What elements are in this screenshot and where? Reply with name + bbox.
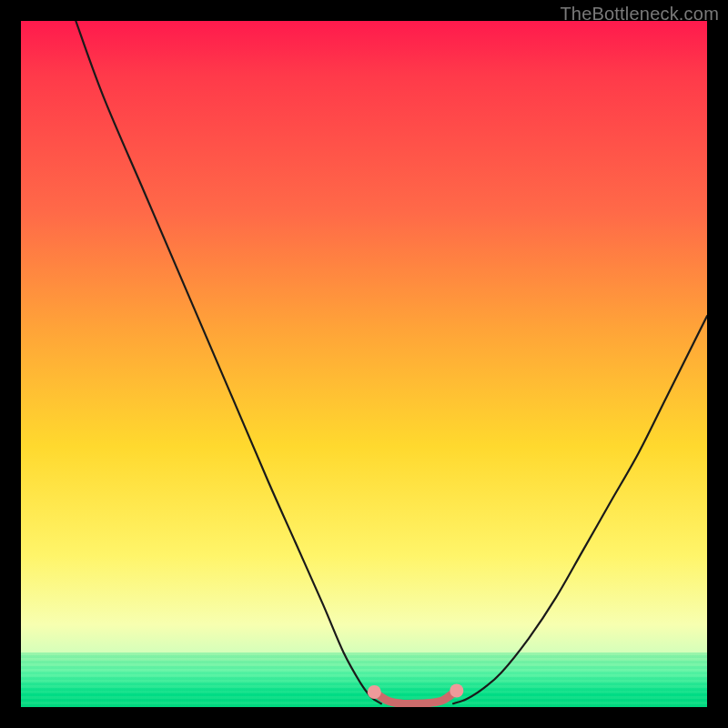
curves-svg <box>21 21 707 707</box>
valley-endpoint-dot <box>368 685 381 699</box>
valley-endpoint-dot <box>450 683 463 697</box>
right-curve <box>453 316 707 703</box>
plot-area <box>21 21 707 707</box>
left-curve <box>76 21 381 703</box>
chart-stage: TheBottleneck.com <box>0 0 728 728</box>
valley-marker <box>374 691 457 704</box>
watermark-text: TheBottleneck.com <box>560 4 719 25</box>
